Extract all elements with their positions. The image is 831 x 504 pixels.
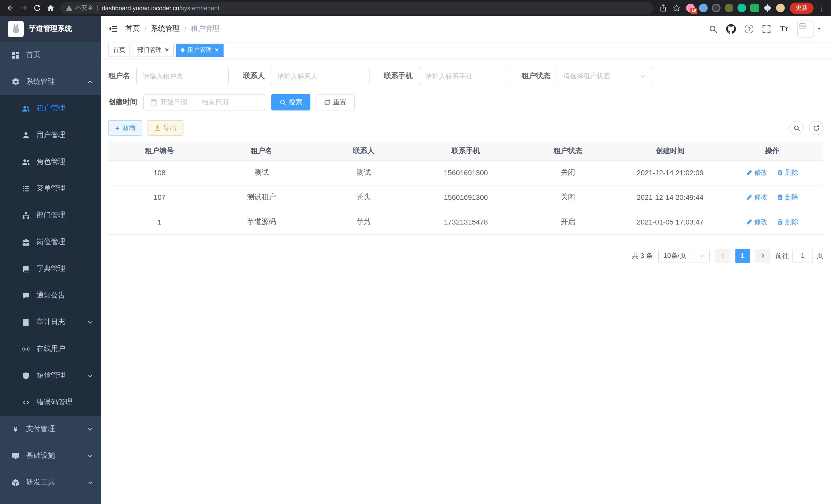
page-content: 租户名 联系人 联系手机 <box>101 59 831 504</box>
org-tree-icon <box>22 211 30 219</box>
tab-close-icon[interactable]: ✕ <box>214 47 219 53</box>
address-bar[interactable]: 不安全 dashboard.yudao.iocoder.cn/system/te… <box>60 2 653 14</box>
sidebar-item-dev-tools[interactable]: 研发工具 <box>0 469 101 496</box>
col-contact: 联系人 <box>313 142 415 160</box>
sidebar-item-position-management[interactable]: 岗位管理 <box>0 229 101 255</box>
back-icon[interactable] <box>4 1 17 14</box>
prev-page-button[interactable] <box>715 248 730 263</box>
browser-toolbar: 不安全 dashboard.yudao.iocoder.cn/system/te… <box>0 0 831 16</box>
forward-icon[interactable] <box>17 1 30 14</box>
refresh-icon[interactable] <box>809 121 823 135</box>
user-avatar-menu[interactable] <box>797 20 822 37</box>
add-button[interactable]: + 新增 <box>109 120 142 136</box>
extension-icon-1[interactable]: 10 <box>686 4 695 12</box>
box-icon <box>11 478 20 486</box>
browser-profile-avatar[interactable] <box>776 4 785 12</box>
sidebar-item-home[interactable]: 首页 <box>0 41 101 68</box>
breadcrumb-home[interactable]: 首页 <box>125 24 140 33</box>
sidebar-item-role-management[interactable]: 角色管理 <box>0 148 101 175</box>
extension-icon-5[interactable] <box>738 4 746 12</box>
sidebar-logo[interactable]: 芋道管理系统 <box>0 16 101 41</box>
main-area: 首页 / 系统管理 / 租户管理 ? <box>101 16 831 504</box>
chevron-down-icon <box>699 253 705 259</box>
sidebar-item-infrastructure[interactable]: 基础设施 <box>0 442 101 469</box>
create-time-label: 创建时间 <box>109 98 137 107</box>
screen: 不安全 dashboard.yudao.iocoder.cn/system/te… <box>0 0 831 504</box>
date-range-picker[interactable]: 开始日期 - 结束日期 <box>143 94 265 111</box>
github-icon[interactable] <box>726 24 736 34</box>
delete-link[interactable]: 删除 <box>777 192 798 202</box>
monitor-icon <box>11 452 20 460</box>
browser-menu-icon[interactable]: ⋮ <box>815 4 827 12</box>
tab-close-icon[interactable]: ✕ <box>165 47 169 53</box>
next-page-button[interactable] <box>755 248 770 263</box>
app-layout: 芋道管理系统 首页 系统管理 租户管理 <box>0 16 831 504</box>
fullscreen-icon[interactable] <box>763 24 771 33</box>
bookmark-star-icon[interactable] <box>670 1 683 14</box>
delete-link[interactable]: 删除 <box>777 168 798 177</box>
sidebar-toggle-hamburger-icon[interactable] <box>101 16 125 41</box>
sidebar-item-audit-log[interactable]: 审计日志 <box>0 309 101 335</box>
goto-unit: 页 <box>816 251 823 260</box>
share-icon[interactable] <box>656 1 670 14</box>
tab-department-management[interactable]: 部门管理 ✕ <box>133 43 174 57</box>
page-number-button[interactable]: 1 <box>736 248 750 263</box>
font-size-icon[interactable]: TT <box>780 25 789 33</box>
phone-input[interactable] <box>426 72 500 80</box>
edit-link[interactable]: 修改 <box>746 168 768 177</box>
chevron-down-icon <box>87 453 93 458</box>
breadcrumb-system-management[interactable]: 系统管理 <box>151 24 180 33</box>
extension-icon-6[interactable] <box>750 4 759 12</box>
roles-icon <box>22 158 30 166</box>
sidebar-item-dictionary-management[interactable]: 字典管理 <box>0 255 101 282</box>
sidebar-item-online-users[interactable]: 在线用户 <box>0 335 101 362</box>
edit-link[interactable]: 修改 <box>746 192 768 202</box>
extension-badge: 10 <box>690 8 697 14</box>
user-icon <box>22 131 30 139</box>
export-button[interactable]: 导出 <box>147 120 183 136</box>
cell-phone: 17321315478 <box>415 210 517 234</box>
sidebar-item-sms-management[interactable]: 短信管理 <box>0 362 101 389</box>
tenant-status-select[interactable]: 请选择租户状态 <box>556 68 652 84</box>
sidebar-item-notice-announcement[interactable]: 通知公告 <box>0 282 101 309</box>
sidebar-item-tenant-management[interactable]: 租户管理 <box>0 95 101 122</box>
sidebar-item-error-code-management[interactable]: 错误码管理 <box>0 389 101 416</box>
search-button[interactable]: 搜索 <box>271 94 310 111</box>
cell-phone: 15601691300 <box>415 160 517 185</box>
delete-link[interactable]: 删除 <box>777 217 798 227</box>
sidebar-item-system-management[interactable]: 系统管理 <box>0 68 101 95</box>
tenant-name-input[interactable] <box>143 72 222 80</box>
avatar <box>797 20 814 37</box>
extension-icon-2[interactable] <box>699 4 708 12</box>
extensions-puzzle-icon[interactable] <box>763 4 772 12</box>
help-question-icon[interactable]: ? <box>745 24 754 33</box>
table-row: 108 测试 测试 15601691300 关闭 2021-12-14 21:0… <box>109 160 823 185</box>
reload-icon[interactable] <box>30 1 44 14</box>
header-search-icon[interactable] <box>709 24 718 33</box>
cell-actions: 修改删除 <box>721 210 823 234</box>
goto-page-input[interactable] <box>793 248 813 263</box>
extension-icon-4[interactable] <box>725 4 733 12</box>
tenant-table: 租户编号 租户名 联系人 联系手机 租户状态 创建时间 操作 108 测试 <box>109 142 823 235</box>
contact-input[interactable] <box>278 72 363 80</box>
tab-tenant-management[interactable]: 租户管理 ✕ <box>176 43 224 57</box>
sidebar-item-payment-management[interactable]: ¥ 支付管理 <box>0 416 101 442</box>
caret-down-icon <box>816 26 822 31</box>
update-button[interactable]: 更新 <box>790 2 813 13</box>
sidebar-item-department-management[interactable]: 部门管理 <box>0 202 101 229</box>
omnibox-divider <box>97 5 98 11</box>
date-end-placeholder: 结束日期 <box>202 98 228 107</box>
reset-button[interactable]: 重置 <box>316 94 354 111</box>
tab-home[interactable]: 首页 <box>109 43 130 57</box>
sidebar-item-menu-management[interactable]: 菜单管理 <box>0 175 101 202</box>
sidebar-item-user-management[interactable]: 用户管理 <box>0 122 101 148</box>
page-size-select[interactable]: 10条/页 <box>658 248 710 263</box>
create-time-filter: 创建时间 开始日期 - 结束日期 <box>109 94 265 111</box>
online-signal-icon <box>22 345 30 353</box>
yen-icon: ¥ <box>11 425 20 433</box>
browser-home-icon[interactable] <box>44 1 57 14</box>
toggle-search-icon[interactable] <box>790 121 804 135</box>
edit-link[interactable]: 修改 <box>746 217 768 227</box>
extension-icon-3[interactable] <box>712 4 720 12</box>
filter-row-1: 租户名 联系人 联系手机 <box>109 68 823 84</box>
